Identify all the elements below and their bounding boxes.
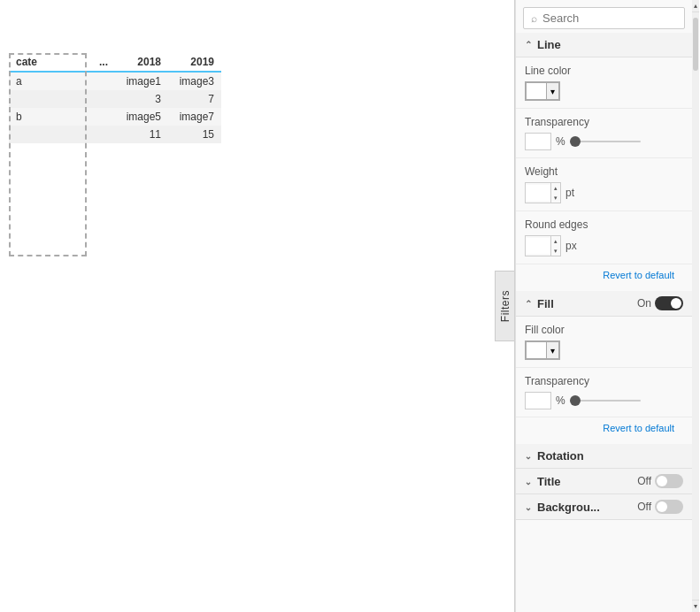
app-container: cate ... 2018 2019 a image1 image3 xyxy=(0,0,700,612)
line-weight-spinner[interactable]: ▴ ▾ xyxy=(550,183,560,203)
line-transparency-input-group: 0 xyxy=(525,133,551,150)
line-round-edges-unit: px xyxy=(565,240,577,252)
table-row: a image1 image3 xyxy=(9,72,221,90)
line-section-label: Line xyxy=(537,38,561,51)
line-transparency-slider-container xyxy=(570,141,683,142)
line-weight-up-arrow[interactable]: ▴ xyxy=(551,183,560,193)
fill-revert-container: Revert to default xyxy=(516,417,692,444)
cell-image3: image3 xyxy=(168,72,221,90)
line-color-swatch[interactable] xyxy=(526,82,547,100)
line-weight-unit: pt xyxy=(565,187,574,199)
line-round-edges-down-arrow[interactable]: ▾ xyxy=(551,246,560,256)
fill-transparency-section: Transparency 0 % xyxy=(516,368,692,417)
fill-toggle-thumb xyxy=(671,298,681,309)
background-toggle-switch[interactable]: Off xyxy=(637,500,683,514)
line-color-row: ▾ xyxy=(525,81,683,101)
fill-revert-button[interactable]: Revert to default xyxy=(525,419,683,437)
line-round-edges-spinner[interactable]: ▴ ▾ xyxy=(550,236,560,256)
fill-transparency-slider-thumb[interactable] xyxy=(570,395,581,406)
down-arrow-icon: ▾ xyxy=(694,602,697,610)
col-header-2019: 2019 xyxy=(168,53,221,72)
cell-11: 11 xyxy=(115,126,168,143)
cell-empty2 xyxy=(62,90,115,108)
fill-toggle-label: On xyxy=(637,297,651,310)
line-transparency-slider-track[interactable] xyxy=(570,141,641,142)
fill-toggle-track[interactable] xyxy=(655,296,683,310)
line-transparency-section: Transparency 0 % xyxy=(516,109,692,158)
cell-empty-b xyxy=(9,126,62,143)
cell-empty-a xyxy=(9,90,62,108)
fill-transparency-slider-container xyxy=(570,400,683,402)
table-row: 3 7 xyxy=(9,90,221,108)
line-weight-label: Weight xyxy=(525,165,683,178)
search-bar[interactable]: ⌕ xyxy=(523,7,685,29)
panel-scroll-content: ⌃ Line Line color ▾ Tran xyxy=(516,33,692,612)
rotation-chevron-icon: ⌃ xyxy=(525,451,532,461)
cell-b: b xyxy=(9,108,62,126)
filters-tab[interactable]: Filters xyxy=(495,271,514,341)
col-header-cate: cate xyxy=(9,53,62,72)
fill-transparency-label: Transparency xyxy=(525,375,683,387)
line-weight-input[interactable]: 0 xyxy=(526,185,550,201)
line-transparency-row: 0 % xyxy=(525,133,683,150)
col-header-2018: 2018 xyxy=(115,53,168,72)
table-row: b image5 image7 xyxy=(9,108,221,126)
line-weight-down-arrow[interactable]: ▾ xyxy=(551,193,560,203)
scroll-thumb[interactable] xyxy=(693,18,698,71)
background-section-label: Backgrou... xyxy=(537,501,600,514)
properties-panel: ⌕ ⌃ Line Line color xyxy=(515,0,692,612)
col-header-dots: ... xyxy=(62,53,115,72)
right-panel-wrapper: ⌕ ⌃ Line Line color xyxy=(514,0,700,612)
fill-section-label: Fill xyxy=(537,297,554,310)
fill-transparency-input[interactable]: 0 xyxy=(526,393,550,409)
line-transparency-input[interactable]: 0 xyxy=(526,134,550,149)
background-toggle-track[interactable] xyxy=(655,500,683,514)
fill-transparency-row: 0 % xyxy=(525,392,683,409)
line-round-edges-input-group: 0 ▴ ▾ xyxy=(525,235,561,256)
main-canvas: cate ... 2018 2019 a image1 image3 xyxy=(0,0,514,612)
cell-image7: image7 xyxy=(168,108,221,126)
title-section-header[interactable]: ⌃ Title Off xyxy=(516,469,692,494)
line-weight-row: 0 ▴ ▾ pt xyxy=(525,182,683,203)
line-color-label: Line color xyxy=(525,65,683,77)
fill-section-header[interactable]: ⌃ Fill On xyxy=(516,291,692,317)
title-chevron-icon: ⌃ xyxy=(525,477,532,486)
line-round-edges-row: 0 ▴ ▾ px xyxy=(525,235,683,256)
search-input[interactable] xyxy=(542,11,677,25)
background-chevron-icon: ⌃ xyxy=(525,502,532,512)
fill-toggle-switch[interactable]: On xyxy=(637,296,683,310)
line-transparency-label: Transparency xyxy=(525,116,683,128)
panel-scrollbar[interactable]: ▴ ▾ xyxy=(692,0,699,612)
rotation-section-label: Rotation xyxy=(537,449,584,463)
rotation-section-header[interactable]: ⌃ Rotation xyxy=(516,444,692,469)
line-weight-section: Weight 0 ▴ ▾ pt xyxy=(516,158,692,211)
line-round-edges-up-arrow[interactable]: ▴ xyxy=(551,236,560,246)
fill-color-dropdown-btn[interactable]: ▾ xyxy=(547,341,559,359)
title-toggle-track[interactable] xyxy=(655,474,683,488)
cell-a: a xyxy=(9,72,62,90)
scroll-up-arrow[interactable]: ▴ xyxy=(692,0,699,12)
background-toggle-label: Off xyxy=(637,501,651,513)
cell-3: 3 xyxy=(115,90,168,108)
cell-15: 15 xyxy=(168,126,221,143)
fill-color-label: Fill color xyxy=(525,324,683,336)
title-toggle-thumb xyxy=(657,476,667,486)
title-section-label: Title xyxy=(537,475,561,488)
line-round-edges-section: Round edges 0 ▴ ▾ px xyxy=(516,211,692,264)
line-section-header[interactable]: ⌃ Line xyxy=(516,33,692,57)
line-revert-container: Revert to default xyxy=(516,264,692,291)
line-transparency-slider-thumb[interactable] xyxy=(570,136,581,147)
line-chevron-icon: ⌃ xyxy=(525,40,532,50)
line-revert-button[interactable]: Revert to default xyxy=(525,266,683,284)
background-toggle-thumb xyxy=(657,501,667,512)
fill-transparency-slider-track[interactable] xyxy=(570,400,641,402)
table-visualization: cate ... 2018 2019 a image1 image3 xyxy=(9,53,248,143)
background-section-header[interactable]: ⌃ Backgrou... Off xyxy=(516,494,692,520)
fill-color-swatch[interactable] xyxy=(526,341,547,359)
search-icon: ⌕ xyxy=(531,12,537,25)
title-toggle-switch[interactable]: Off xyxy=(637,474,683,488)
line-color-dropdown-btn[interactable]: ▾ xyxy=(547,82,559,100)
title-toggle-label: Off xyxy=(637,475,651,487)
line-round-edges-input[interactable]: 0 xyxy=(526,238,550,254)
scroll-down-arrow[interactable]: ▾ xyxy=(692,600,699,612)
